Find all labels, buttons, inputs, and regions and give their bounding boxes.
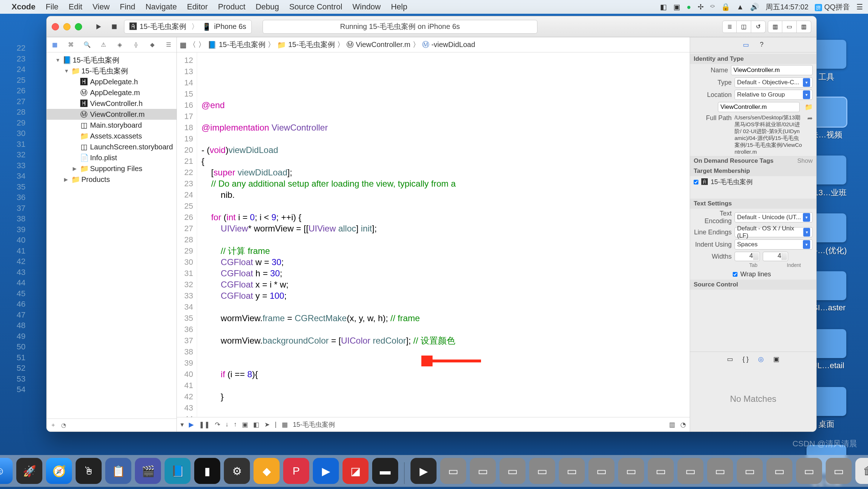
simulate-location-icon[interactable]: ➤ [264,421,270,429]
target-checkbox[interactable] [694,180,698,184]
stop-button[interactable] [108,21,120,33]
media-library-tab[interactable]: ▣ [773,355,779,363]
folder-item[interactable]: ▶📁Supporting Files [47,163,176,174]
app-icon[interactable]: ▶ [410,458,437,484]
lineendings-dropdown[interactable]: Default - OS X / Unix (LF)▾ [735,227,813,237]
minimized-window[interactable]: ▭ [707,458,733,484]
breakpoints-icon[interactable]: ▶ [189,421,194,429]
status-item-icon[interactable]: ● [687,3,691,11]
menubar-clock[interactable]: 周五14:57:02 [766,2,808,12]
app-icon[interactable]: ▬ [372,458,398,484]
debug-filter-icon[interactable]: ◔ [680,421,686,429]
minimized-window[interactable]: ▭ [559,458,585,484]
app-icon[interactable]: P [283,458,309,484]
minimized-window[interactable]: ▭ [737,458,763,484]
odr-show-button[interactable]: Show [797,157,813,165]
terminal-icon[interactable]: ▮ [194,458,220,484]
version-editor-button[interactable]: ↺ [751,21,766,33]
app-name[interactable]: Xcode [12,2,35,11]
minimized-window[interactable]: ▭ [618,458,644,484]
app-icon[interactable]: 🎬 [135,458,161,484]
file-item[interactable]: 🅷AppDelegate.h [47,76,176,87]
file-item[interactable]: 🅷ViewController.h [47,98,176,109]
test-navigator-tab[interactable]: ◈ [115,41,124,48]
report-navigator-tab[interactable]: ☰ [164,41,173,48]
toggle-navigator-button[interactable]: ▥ [768,21,782,33]
app-menu[interactable]: Xcode File Edit View Find Navigate Edito… [12,2,415,12]
app-icon[interactable]: 🖱 [76,458,102,484]
step-out-icon[interactable]: ↑ [234,421,237,428]
object-library-tab[interactable]: ◎ [758,355,764,363]
safari-icon[interactable]: 🧭 [46,458,72,484]
minimized-window[interactable]: ▭ [470,458,496,484]
inspector-body[interactable]: Identity and Type Name TypeDefault - Obj… [690,52,816,352]
jump-folder[interactable]: 15-毛毛虫案例 [288,40,335,50]
menu-product[interactable]: Product [218,2,246,11]
minimized-window[interactable]: ▭ [766,458,792,484]
menu-editor[interactable]: Editor [187,2,208,11]
app-icon[interactable]: 📋 [105,458,131,484]
issue-navigator-tab[interactable]: ⚠ [99,41,108,48]
jump-bar[interactable]: ▦ 〈 〉 📘15-毛毛虫案例 〉 📁15-毛毛虫案例 〉 ⓂViewContr… [177,37,690,52]
folder-item[interactable]: ▼📁15-毛毛虫案例 [47,65,176,76]
debug-process-name[interactable]: 15-毛毛虫案例 [293,420,335,429]
file-item[interactable]: 📁Assets.xcassets [47,131,176,141]
menu-file[interactable]: File [46,2,58,11]
minimized-window[interactable]: ▭ [588,458,614,484]
wifi-icon[interactable]: ▲ [737,3,744,11]
menu-find[interactable]: Find [120,2,135,11]
reveal-icon[interactable]: ➦ [807,114,813,122]
jump-project[interactable]: 15-毛毛虫案例 [219,40,265,50]
menu-edit[interactable]: Edit [69,2,82,11]
finder-icon[interactable]: ☺ [0,458,13,484]
file-template-tab[interactable]: ▭ [727,355,733,363]
close-window-button[interactable] [52,23,59,30]
minimized-window[interactable]: ▭ [648,458,674,484]
minimize-window-button[interactable] [63,23,71,30]
scheme-selector[interactable]: 🅰︎15-毛毛虫案例 〉 📱iPhone 6s [124,20,252,34]
name-field[interactable] [731,65,813,75]
menu-navigate[interactable]: Navigate [145,2,177,11]
project-root[interactable]: ▼📘15-毛毛虫案例 [47,55,176,65]
find-navigator-tab[interactable]: 🔍 [83,41,92,48]
project-tree[interactable]: ▼📘15-毛毛虫案例 ▼📁15-毛毛虫案例 🅷AppDelegate.hⓂApp… [47,52,176,418]
file-item[interactable]: ⓂAppDelegate.m [47,87,176,98]
jump-file[interactable]: ViewController.m [356,41,410,49]
project-navigator-tab[interactable]: ▦ [50,41,59,48]
choose-path-icon[interactable]: 📁 [805,103,813,111]
tab-width-stepper[interactable]: 4 [735,252,760,261]
file-item[interactable]: ◫LaunchScreen.storyboard [47,141,176,152]
notification-center-icon[interactable]: ☰ [856,3,863,11]
assistant-editor-button[interactable]: ◫ [737,21,751,33]
related-items-icon[interactable]: ▦ [180,41,187,49]
run-button[interactable] [92,21,105,33]
breakpoint-navigator-tab[interactable]: ◆ [148,41,157,48]
settings-icon[interactable]: ⚙ [224,458,250,484]
encoding-dropdown[interactable]: Default - Unicode (UT...▾ [735,212,813,222]
file-item[interactable]: 📄Info.plist [47,152,176,163]
zoom-window-button[interactable] [75,23,82,30]
minimized-window[interactable]: ▭ [529,458,555,484]
app-icon[interactable]: ▶ [313,458,339,484]
standard-editor-button[interactable]: ≣ [722,21,737,33]
file-item[interactable]: ◫Main.storyboard [47,120,176,131]
status-item-icon[interactable]: ◧ [660,3,667,11]
app-icon[interactable]: 📘 [165,458,191,484]
hide-debug-icon[interactable]: ▾ [180,421,184,429]
status-item-icon[interactable]: ▣ [673,3,680,11]
launchpad-icon[interactable]: 🚀 [16,458,42,484]
debug-split-icon[interactable]: ▥ [669,421,675,429]
minimized-window[interactable]: ▭ [796,458,822,484]
menu-help[interactable]: Help [391,2,407,11]
menu-window[interactable]: Window [353,2,381,11]
back-button[interactable]: 〈 [189,40,196,50]
wrap-lines-checkbox[interactable] [733,272,737,277]
input-method[interactable]: 拼 QQ拼音 [815,2,850,12]
step-over-icon[interactable]: ↷ [215,421,220,429]
jump-symbol[interactable]: -viewDidLoad [431,41,475,49]
minimized-window[interactable]: ▭ [826,458,852,484]
toggle-debug-button[interactable]: ▭ [782,21,797,33]
type-dropdown[interactable]: Default - Objective-C...▾ [735,77,813,88]
folder-item[interactable]: ▶📁Products [47,174,176,185]
code-area[interactable]: 1213141516171819202122232425262728293031… [177,52,690,417]
